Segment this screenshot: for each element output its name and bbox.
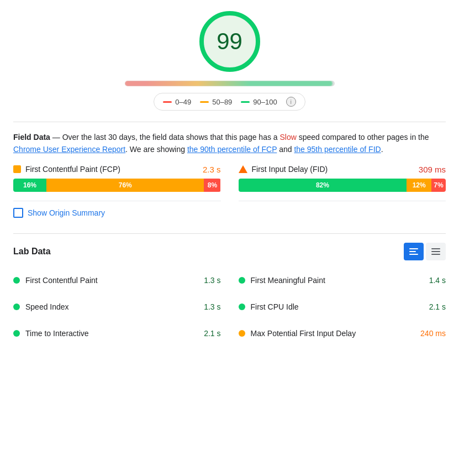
lab-metric-mpfid-left: Max Potential First Input Delay	[239, 329, 356, 338]
legend-item-green: 90–100	[241, 98, 277, 106]
fcp-bar-red: 8%	[204, 179, 220, 192]
divider-2	[13, 233, 446, 234]
lab-metric-fci-left: First CPU Idle	[239, 302, 299, 311]
fci-dot	[239, 304, 245, 310]
list-icon-line1	[409, 248, 418, 249]
score-bar	[125, 81, 335, 86]
fcp-metric-card: First Contentful Paint (FCP) 2.3 s 16% 7…	[13, 165, 221, 201]
lab-metric-fcp: First Contentful Paint 1.3 s	[13, 271, 221, 289]
fid-bar-orange: 12%	[407, 179, 431, 192]
lab-fci-label: First CPU Idle	[251, 302, 299, 311]
lab-metric-tti-left: Time to Interactive	[13, 329, 89, 338]
fcp-label: First Contentful Paint (FCP)	[25, 165, 120, 174]
fcp-metric-header: First Contentful Paint (FCP) 2.3 s	[13, 165, 221, 174]
field-data-label: Field Data	[13, 133, 50, 142]
fid-progress-bar: 82% 12% 7%	[239, 179, 446, 192]
fid-metric-card: First Input Delay (FID) 309 ms 82% 12% 7…	[239, 165, 446, 201]
lab-metric-tti: Time to Interactive 2.1 s	[13, 325, 221, 342]
fid-percentile-link[interactable]: the 95th percentile of FID	[294, 145, 381, 154]
score-legend: 0–49 50–89 90–100 i	[154, 93, 305, 111]
field-data-text2: speed compared to other pages in the	[297, 133, 429, 142]
list-icon-line3	[409, 254, 418, 255]
lab-fcp-label: First Contentful Paint	[25, 276, 98, 285]
fid-metric-header: First Input Delay (FID) 309 ms	[239, 165, 446, 174]
field-data-text3: . We are showing	[125, 145, 187, 154]
lab-metric-fmp-left: First Meaningful Paint	[239, 276, 325, 285]
lab-si-value: 1.3 s	[204, 302, 220, 311]
lab-fmp-label: First Meaningful Paint	[251, 276, 325, 285]
info-button[interactable]: i	[286, 97, 296, 107]
fcp-bar-green: 16%	[13, 179, 46, 192]
score-section: 99 0–49 50–89 90–100 i	[13, 11, 446, 111]
legend-item-red: 0–49	[163, 98, 191, 106]
lab-metric-si: Speed Index 1.3 s	[13, 298, 221, 316]
lab-metric-fmp: First Meaningful Paint 1.4 s	[239, 271, 446, 289]
lab-metric-mpfid: Max Potential First Input Delay 240 ms	[239, 325, 446, 342]
fid-bar-red: 7%	[431, 179, 446, 192]
fcp-dot	[13, 277, 20, 284]
field-data-text1: — Over the last 30 days, the field data …	[50, 133, 280, 142]
legend-dash-orange	[200, 101, 209, 103]
grid-icon	[431, 248, 440, 255]
divider-1	[13, 122, 446, 122]
fcp-progress-bar: 16% 76% 8%	[13, 179, 221, 192]
lab-metric-fci: First CPU Idle 2.1 s	[239, 298, 446, 316]
grid-icon-line3	[431, 254, 440, 255]
lab-tti-label: Time to Interactive	[25, 329, 89, 338]
fcp-icon	[13, 165, 21, 173]
si-dot	[13, 304, 20, 310]
legend-label-orange: 50–89	[212, 98, 232, 106]
lab-data-section: Lab Data	[13, 243, 446, 342]
view-toggle	[404, 243, 446, 260]
lab-mpfid-value: 240 ms	[420, 329, 446, 338]
grid-icon-line1	[431, 248, 440, 249]
fid-icon	[239, 165, 247, 173]
fcp-percentile-link[interactable]: the 90th percentile of FCP	[187, 145, 277, 154]
lab-metric-si-left: Speed Index	[13, 302, 69, 311]
lab-mpfid-label: Max Potential First Input Delay	[251, 329, 356, 338]
lab-fmp-value: 1.4 s	[429, 276, 446, 285]
fid-metric-title: First Input Delay (FID)	[239, 165, 328, 174]
list-icon-line2	[409, 251, 416, 252]
origin-summary-icon	[13, 208, 23, 218]
legend-label-red: 0–49	[175, 98, 191, 106]
field-data-description: Field Data — Over the last 30 days, the …	[13, 131, 446, 156]
lab-fci-value: 2.1 s	[429, 302, 446, 311]
legend-item-orange: 50–89	[200, 98, 232, 106]
fid-value: 309 ms	[419, 165, 446, 174]
fmp-dot	[239, 277, 245, 284]
score-value: 99	[217, 28, 242, 55]
score-bar-fill	[125, 81, 333, 86]
metrics-grid: First Contentful Paint (FCP) 2.3 s 16% 7…	[13, 165, 446, 201]
legend-dash-red	[163, 101, 172, 103]
fcp-metric-title: First Contentful Paint (FCP)	[13, 165, 120, 174]
lab-data-title: Lab Data	[13, 247, 51, 257]
field-data-and: and	[277, 145, 294, 154]
lab-fcp-value: 1.3 s	[204, 276, 220, 285]
lab-tti-value: 2.1 s	[204, 329, 220, 338]
lab-si-label: Speed Index	[25, 302, 69, 311]
fcp-value: 2.3 s	[203, 165, 221, 174]
slow-label: Slow	[279, 133, 296, 142]
cux-link[interactable]: Chrome User Experience Report	[13, 145, 125, 154]
legend-label-green: 90–100	[253, 98, 277, 106]
toggle-grid-button[interactable]	[426, 243, 446, 260]
fid-bar-green: 82%	[239, 179, 407, 192]
field-data-period: .	[381, 145, 383, 154]
tti-dot	[13, 330, 20, 337]
list-icon	[409, 248, 418, 255]
fcp-bar-orange: 76%	[46, 179, 204, 192]
legend-dash-green	[241, 101, 250, 103]
origin-summary-label: Show Origin Summary	[28, 208, 105, 217]
show-origin-summary-button[interactable]: Show Origin Summary	[13, 203, 105, 222]
field-data-section: Field Data — Over the last 30 days, the …	[13, 131, 446, 222]
lab-metrics-grid: First Contentful Paint 1.3 s First Meani…	[13, 271, 446, 342]
grid-icon-line2	[431, 251, 440, 252]
fid-label: First Input Delay (FID)	[252, 165, 328, 174]
score-circle: 99	[199, 11, 260, 72]
lab-metric-fcp-left: First Contentful Paint	[13, 276, 98, 285]
toggle-list-button[interactable]	[404, 243, 424, 260]
mpfid-dot	[239, 330, 245, 337]
lab-data-header: Lab Data	[13, 243, 446, 260]
